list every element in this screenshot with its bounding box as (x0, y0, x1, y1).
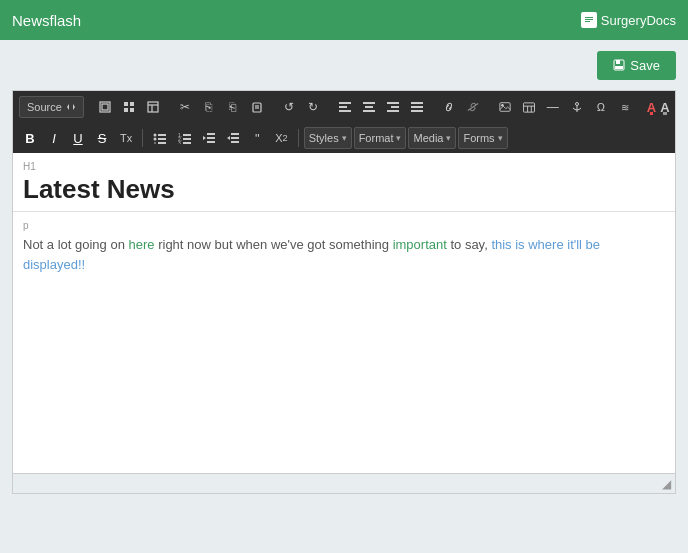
body-text-middle: right now but when we've got something (155, 237, 393, 252)
svg-point-41 (154, 133, 157, 136)
svg-point-45 (154, 142, 156, 144)
toolbar-row1: Source ✂ ⎘ ⎗ ↺ ↻ (13, 91, 675, 123)
svg-rect-27 (391, 106, 399, 108)
source-button[interactable]: Source (19, 96, 84, 118)
maximize-button[interactable] (94, 96, 116, 118)
subscript-button[interactable]: X2 (270, 127, 292, 149)
underline-button[interactable]: U (67, 127, 89, 149)
anchor-button[interactable] (566, 96, 588, 118)
editor-wrapper: Source ✂ ⎘ ⎗ ↺ ↻ (0, 90, 688, 506)
format-dropdown[interactable]: Format (354, 127, 407, 149)
header: Newsflash SurgeryDocs (0, 0, 688, 40)
styles-dropdown[interactable]: Styles (304, 127, 352, 149)
svg-marker-6 (67, 104, 69, 110)
body-text-highlight2: important (393, 237, 447, 252)
heading-area: H1 Latest News (13, 153, 675, 212)
svg-rect-29 (411, 102, 423, 104)
svg-rect-55 (207, 141, 215, 143)
brand-icon (581, 12, 597, 28)
svg-rect-42 (158, 134, 166, 136)
outdent-button[interactable] (198, 127, 220, 149)
link-button[interactable] (438, 96, 460, 118)
special-chars-button[interactable]: Ω (590, 96, 612, 118)
align-left-button[interactable] (334, 96, 356, 118)
svg-text:3.: 3. (178, 140, 182, 144)
body-text[interactable]: Not a lot going on here right now but wh… (23, 235, 665, 274)
svg-rect-22 (339, 110, 351, 112)
blockquote-button[interactable]: " (246, 127, 268, 149)
blocks-button[interactable] (118, 96, 140, 118)
svg-rect-20 (339, 102, 351, 104)
svg-rect-12 (124, 108, 128, 112)
image-button[interactable] (494, 96, 516, 118)
align-right-button[interactable] (382, 96, 404, 118)
svg-rect-46 (158, 142, 166, 144)
svg-marker-60 (227, 136, 230, 140)
table-button[interactable] (518, 96, 540, 118)
unlink-button[interactable] (462, 96, 484, 118)
indent-button[interactable] (222, 127, 244, 149)
svg-rect-58 (231, 137, 239, 139)
svg-marker-7 (73, 104, 75, 110)
italic-button[interactable]: I (43, 127, 65, 149)
undo-button[interactable]: ↺ (278, 96, 300, 118)
editor-resize-bar[interactable]: ◢ (13, 473, 675, 493)
font-color-button[interactable]: A (646, 96, 657, 118)
editor-outer: Source ✂ ⎘ ⎗ ↺ ↻ (12, 90, 676, 494)
svg-rect-52 (183, 142, 191, 144)
templates-button[interactable] (142, 96, 164, 118)
svg-line-32 (468, 104, 478, 111)
body-label: p (23, 220, 665, 231)
ordered-list-button[interactable]: 1.2.3. (173, 127, 196, 149)
heading-text[interactable]: Latest News (23, 174, 665, 205)
editor-content[interactable]: H1 Latest News p Not a lot going on here… (13, 153, 675, 473)
svg-rect-35 (523, 102, 534, 111)
media-dropdown[interactable]: Media (408, 127, 456, 149)
unordered-list-button[interactable] (148, 127, 171, 149)
svg-rect-11 (130, 102, 134, 106)
svg-rect-33 (500, 103, 510, 112)
brand-label: SurgeryDocs (581, 12, 676, 28)
clear-format-button[interactable]: Tx (115, 127, 137, 149)
svg-rect-21 (339, 106, 347, 108)
svg-rect-23 (363, 102, 375, 104)
svg-rect-4 (616, 60, 620, 64)
align-center-button[interactable] (358, 96, 380, 118)
app-title: Newsflash (12, 12, 81, 29)
bold-button[interactable]: B (19, 127, 41, 149)
svg-point-39 (575, 103, 578, 106)
svg-rect-44 (158, 138, 166, 140)
paste-text-button[interactable] (246, 96, 268, 118)
svg-rect-50 (183, 138, 191, 140)
toolbar-row2-sep1 (142, 129, 143, 147)
toolbar-row2: B I U S Tx 1.2.3. " X2 Styles (13, 123, 675, 153)
nonbreaking-button[interactable]: ≋ (614, 96, 636, 118)
top-toolbar: Save (0, 40, 688, 90)
svg-marker-56 (203, 136, 206, 140)
copy-button[interactable]: ⎘ (198, 96, 220, 118)
svg-rect-53 (207, 133, 215, 135)
bg-color-button[interactable]: A (659, 96, 670, 118)
heading-label: H1 (23, 161, 665, 172)
body-text-after: to say, (447, 237, 492, 252)
paste-button[interactable]: ⎗ (222, 96, 244, 118)
svg-rect-26 (387, 102, 399, 104)
forms-dropdown[interactable]: Forms (458, 127, 507, 149)
svg-rect-1 (585, 19, 593, 20)
svg-rect-25 (363, 110, 375, 112)
svg-rect-24 (365, 106, 373, 108)
svg-rect-54 (207, 137, 215, 139)
hr-button[interactable]: — (542, 96, 564, 118)
svg-rect-28 (387, 110, 399, 112)
svg-rect-59 (231, 141, 239, 143)
save-button[interactable]: Save (597, 51, 676, 80)
svg-rect-30 (411, 106, 423, 108)
align-justify-button[interactable] (406, 96, 428, 118)
cut-button[interactable]: ✂ (174, 96, 196, 118)
svg-rect-14 (148, 102, 158, 112)
svg-rect-10 (124, 102, 128, 106)
strikethrough-button[interactable]: S (91, 127, 113, 149)
resize-handle-icon: ◢ (662, 477, 671, 491)
redo-button[interactable]: ↻ (302, 96, 324, 118)
svg-point-43 (154, 137, 157, 140)
